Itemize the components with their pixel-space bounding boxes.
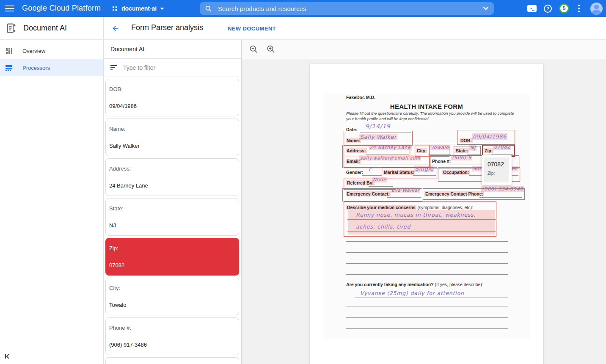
help-icon[interactable]: ?	[544, 5, 552, 13]
tooltip-value: 07082	[488, 161, 509, 168]
form-line	[428, 154, 451, 154]
form-occupation-label: Occupation:	[442, 170, 470, 175]
form-gender-value: F	[369, 166, 372, 172]
back-arrow-icon[interactable]	[111, 24, 120, 33]
topbar-actions: >_ ? 5	[527, 0, 603, 17]
top-bar: Google Cloud Platform document-ai >_ ? 5	[0, 0, 606, 17]
field-card-list: DOB: 09/04/1986 Name: Sally Walker Addre…	[105, 79, 239, 364]
cloud-shell-icon[interactable]: >_	[527, 5, 537, 12]
tooltip-label: Zip:	[488, 171, 509, 176]
form-line	[347, 219, 496, 220]
field-label: Name:	[109, 126, 125, 132]
form-email-value: sally.walker@cmail.com	[359, 155, 421, 160]
form-concerns-label-rest: (symptoms, diagnoses, etc):	[416, 205, 473, 210]
form-line	[360, 132, 411, 132]
search-input[interactable]	[218, 5, 477, 12]
field-label: State:	[109, 205, 124, 212]
field-card-zip-selected[interactable]: Zip: 07082	[105, 238, 239, 276]
form-emergency-phone-value: (906) 334-8946	[481, 186, 524, 192]
entity-tooltip-body: 07082 Zip:	[484, 157, 509, 182]
form-line	[366, 154, 409, 154]
avatar[interactable]	[590, 3, 603, 15]
field-value: 09/04/1986	[109, 103, 137, 109]
project-name: document-ai	[121, 5, 157, 12]
form-line	[358, 144, 456, 144]
form-emergency-label: Emergency Contact:	[346, 191, 391, 196]
zoom-in-icon[interactable]	[267, 45, 275, 54]
form-state-value: NJ	[469, 145, 477, 151]
search-chevron-down-icon[interactable]	[483, 6, 489, 11]
form-phone-label: Phone #:	[432, 159, 451, 164]
form-concerns-line2: aches, chills, tired	[356, 223, 410, 230]
document-page[interactable]: FakeDoc M.D. HEALTH INTAKE FORM Please f…	[310, 64, 543, 364]
menu-icon[interactable]	[4, 3, 15, 14]
form-phone-value: (906) 9	[451, 155, 472, 160]
field-card-state[interactable]: State: NJ	[105, 198, 239, 236]
search-icon	[205, 5, 212, 12]
form-state-label: State:	[455, 148, 469, 153]
form-line	[369, 186, 393, 187]
field-label: DOB:	[109, 86, 123, 92]
form-emergency-value: Eva Walker	[391, 188, 420, 193]
sidebar-item-label: Processors	[22, 65, 50, 71]
sidebar-item-processors[interactable]: Processors	[0, 59, 103, 76]
form-emergency-phone-label: Emergency Contact Phone:	[424, 191, 484, 196]
form-line	[346, 263, 508, 264]
app-title: Document AI	[23, 24, 67, 33]
field-card-city[interactable]: City: Towalo	[105, 278, 239, 315]
sidebar-item-label: Overview	[22, 48, 45, 54]
viewer-toolbar	[242, 40, 606, 59]
document-ai-icon	[6, 23, 17, 33]
form-line	[347, 231, 496, 232]
filter-input[interactable]	[123, 64, 234, 71]
form-marital-value: Single	[414, 165, 434, 172]
form-referred-value: None	[372, 177, 387, 182]
form-email-label: Email:	[346, 159, 361, 164]
field-card-phone[interactable]: Phone #: (906) 917-3486	[105, 317, 239, 355]
field-card-name[interactable]: Name: Sally Walker	[105, 119, 239, 156]
form-medication-label: Are you currently taking any medication?	[346, 282, 434, 287]
form-title: HEALTH INTAKE FORM	[310, 103, 543, 110]
filter-icon	[110, 65, 118, 71]
field-card-dob[interactable]: DOB: 09/04/1986	[105, 79, 239, 116]
form-concerns-label: Describe your medical concerns	[346, 205, 416, 210]
field-card-partial[interactable]	[105, 357, 239, 364]
sidebar-item-overview[interactable]: Overview	[0, 42, 103, 59]
new-document-button[interactable]: NEW DOCUMENT	[228, 25, 276, 32]
form-city-label: City:	[416, 148, 427, 153]
processors-icon	[5, 64, 13, 72]
form-referred-label: Referred By:	[346, 180, 375, 185]
form-occupation-value-end: er	[511, 166, 518, 171]
overview-icon	[5, 47, 13, 55]
field-card-address[interactable]: Address: 24 Barney Lane	[105, 158, 239, 196]
field-label: Address:	[109, 165, 131, 172]
collapse-sidebar-icon[interactable]	[3, 352, 12, 361]
form-marital-label: Marital Status:	[383, 170, 415, 175]
form-line	[346, 306, 508, 306]
form-medication-label-rest: (If yes, please describe):	[434, 282, 483, 287]
field-label: Zip:	[109, 245, 118, 251]
filter-row	[104, 59, 241, 77]
form-line	[362, 175, 382, 176]
form-instructions: your health profile and will be kept con…	[346, 116, 430, 121]
form-address-value: 24 Barney Lane	[369, 145, 412, 150]
project-selector[interactable]: document-ai	[111, 3, 164, 14]
form-medication-value: Vyvanse (25mg) daily for attention	[360, 290, 464, 296]
form-line	[355, 298, 508, 298]
form-line	[491, 154, 513, 154]
form-line	[413, 175, 436, 176]
notifications-badge[interactable]: 5	[559, 3, 569, 14]
page-title: Form Parser analysis	[131, 23, 203, 32]
more-options-icon[interactable]	[576, 3, 581, 14]
field-value: (906) 917-3486	[109, 342, 147, 348]
document-viewer: FakeDoc M.D. HEALTH INTAKE FORM Please f…	[242, 40, 606, 364]
search-bar[interactable]	[200, 2, 494, 15]
form-date-value: 9/14/19	[365, 123, 391, 130]
brand-logo[interactable]: Google Cloud Platform	[22, 4, 101, 13]
form-line	[479, 197, 522, 198]
form-name-value: Sally Walker	[359, 134, 397, 140]
form-zip-value: 07082	[493, 144, 511, 150]
zoom-out-icon[interactable]	[249, 45, 258, 54]
form-line	[358, 165, 428, 165]
field-value: Sally Walker	[109, 143, 140, 149]
